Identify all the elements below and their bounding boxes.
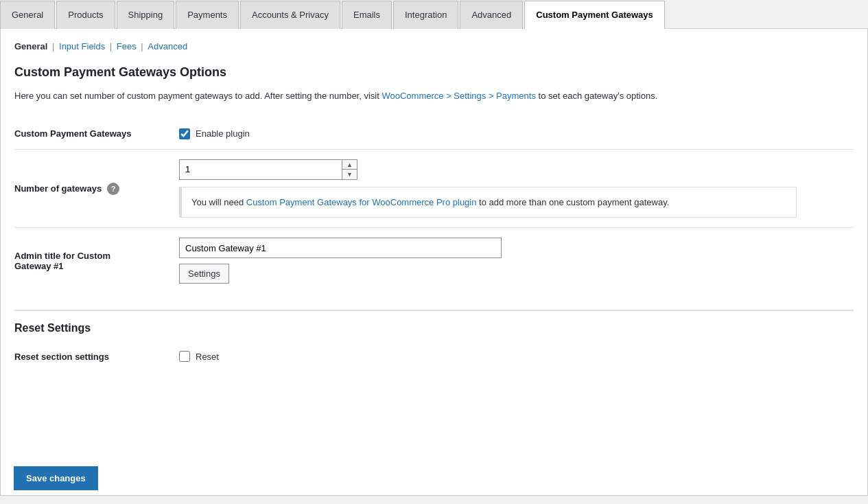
admin-title-label-line1: Admin title for Custom xyxy=(14,251,110,261)
label-reset-settings: Reset section settings xyxy=(14,341,179,371)
tabs-bar: GeneralProductsShippingPaymentsAccounts … xyxy=(0,0,868,29)
row-custom-payment-gateways: Custom Payment Gateways Enable plugin xyxy=(14,119,854,150)
reset-checkbox[interactable] xyxy=(179,351,190,362)
subnav-item-advanced[interactable]: Advanced xyxy=(148,41,187,51)
subnav-sep-1: | xyxy=(49,41,57,51)
notice-suffix: to add more than one custom payment gate… xyxy=(476,197,669,207)
field-number-of-gateways: ▲ ▼ You will need Custom Payment Gateway… xyxy=(179,149,854,228)
description-prefix: Here you can set number of custom paymen… xyxy=(14,91,382,101)
admin-title-label-line2: Gateway #1 xyxy=(14,261,64,271)
subnav-sep-2: | xyxy=(107,41,115,51)
admin-title-input[interactable] xyxy=(179,238,502,258)
tab-accounts-privacy[interactable]: Accounts & Privacy xyxy=(240,1,340,29)
label-with-help-gateways: Number of gateways ? xyxy=(14,183,165,195)
settings-button[interactable]: Settings xyxy=(179,264,229,284)
tab-custom-payment-gateways[interactable]: Custom Payment Gateways xyxy=(524,1,665,29)
tab-payments[interactable]: Payments xyxy=(176,1,239,29)
gateways-spinner: ▲ ▼ xyxy=(179,159,357,180)
reset-settings-table: Reset section settings Reset xyxy=(14,341,854,371)
enable-plugin-checkbox[interactable] xyxy=(179,128,190,139)
spin-up-btn[interactable]: ▲ xyxy=(342,160,357,170)
label-admin-title: Admin title for Custom Gateway #1 xyxy=(14,228,179,294)
enable-plugin-field: Enable plugin xyxy=(179,128,854,139)
subnav-item-general: General xyxy=(14,41,47,51)
row-admin-title: Admin title for Custom Gateway #1 Settin… xyxy=(14,228,854,294)
subnav-item-fees[interactable]: Fees xyxy=(117,41,137,51)
description-suffix: to set each gateway's options. xyxy=(536,91,657,101)
tab-products[interactable]: Products xyxy=(56,1,115,29)
tab-shipping[interactable]: Shipping xyxy=(117,1,175,29)
spin-buttons: ▲ ▼ xyxy=(342,160,357,179)
notice-link[interactable]: Custom Payment Gateways for WooCommerce … xyxy=(246,197,477,207)
reset-field: Reset xyxy=(179,351,854,362)
notice-prefix: You will need xyxy=(191,197,246,207)
field-admin-title: Settings xyxy=(179,228,854,294)
label-number-of-gateways: Number of gateways ? xyxy=(14,149,179,228)
subnav-item-input-fields[interactable]: Input Fields xyxy=(59,41,105,51)
page-section-title: Custom Payment Gateways Options xyxy=(14,65,854,80)
section-separator xyxy=(14,310,854,311)
reset-section-title: Reset Settings xyxy=(14,322,854,334)
tab-general[interactable]: General xyxy=(0,1,55,29)
gateways-number-input[interactable] xyxy=(180,160,342,179)
field-reset-settings: Reset xyxy=(179,341,854,371)
spin-down-btn[interactable]: ▼ xyxy=(342,170,357,179)
field-custom-payment-gateways: Enable plugin xyxy=(179,119,854,150)
content-area: General | Input Fields | Fees | Advanced… xyxy=(0,29,868,496)
notice-box: You will need Custom Payment Gateways fo… xyxy=(179,187,797,218)
tab-advanced[interactable]: Advanced xyxy=(460,1,523,29)
row-number-of-gateways: Number of gateways ? ▲ ▼ You will need C… xyxy=(14,149,854,228)
help-icon-gateways: ? xyxy=(107,183,119,195)
reset-label: Reset xyxy=(196,352,219,362)
save-changes-button[interactable]: Save changes xyxy=(14,466,98,490)
tab-integration[interactable]: Integration xyxy=(393,1,458,29)
number-of-gateways-label: Number of gateways xyxy=(14,183,102,194)
row-reset-settings: Reset section settings Reset xyxy=(14,341,854,371)
enable-plugin-label: Enable plugin xyxy=(196,128,250,139)
sub-nav: General | Input Fields | Fees | Advanced xyxy=(14,41,854,51)
page-description: Here you can set number of custom paymen… xyxy=(14,89,854,104)
label-custom-payment-gateways: Custom Payment Gateways xyxy=(14,119,179,150)
tab-emails[interactable]: Emails xyxy=(342,1,392,29)
subnav-sep-3: | xyxy=(139,41,146,51)
settings-table: Custom Payment Gateways Enable plugin Nu… xyxy=(14,119,854,294)
description-link[interactable]: WooCommerce > Settings > Payments xyxy=(382,91,535,101)
